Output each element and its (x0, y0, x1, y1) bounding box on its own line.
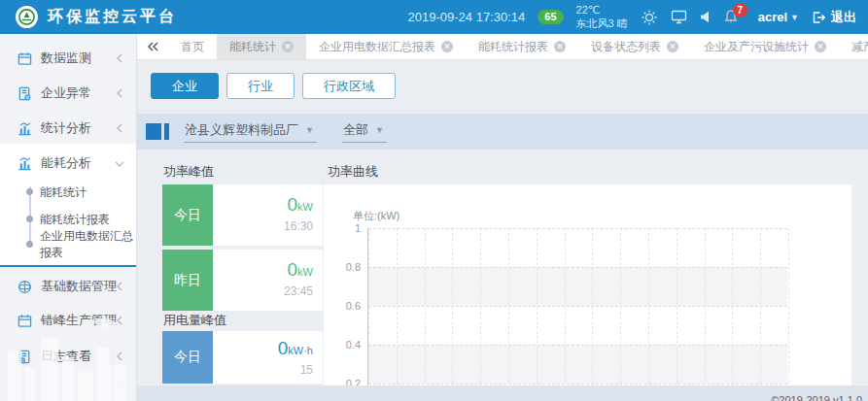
tab-label: 能耗统计报表 (478, 39, 548, 55)
dimension-filter-group: 企业 行业 行政区域 (151, 73, 396, 99)
logout-button[interactable]: 退出 (812, 9, 856, 26)
chart-vertical-gridline (705, 228, 706, 385)
bullet-icon (26, 188, 33, 195)
tab-label: 首页 (181, 39, 204, 55)
mute-speaker-icon[interactable] (700, 11, 712, 23)
sidebar-item-label: 数据监测 (41, 50, 91, 67)
chevron-left-icon (116, 281, 123, 292)
sidebar-subitem-label: 能耗统计 (40, 184, 87, 201)
tab-enterprise-power-summary[interactable]: 企业用电数据汇总报表✕ (306, 34, 466, 59)
sidebar-subitem-energy-report[interactable]: 能耗统计报表 (0, 209, 136, 230)
company-select-value: 沧县义辉塑料制品厂 (185, 121, 298, 139)
sidebar-item-statistical-analysis[interactable]: 统计分析 (0, 116, 136, 141)
chart-vertical-gridline (368, 228, 369, 385)
chart-vertical-gridline (592, 228, 593, 385)
card-time: 15 (213, 363, 313, 377)
close-icon[interactable]: ✕ (282, 41, 294, 52)
bullet-icon (26, 241, 33, 248)
chart-vertical-gridline (480, 228, 481, 385)
tab-bar: 首页 能耗统计✕ 企业用电数据汇总报表✕ 能耗统计报表✕ 设备状态列表✕ 企业及… (137, 34, 868, 60)
power-peak-title: 功率峰值 (163, 163, 214, 181)
y-axis-tick-label: 1 (328, 222, 361, 234)
sidebar-subitem-enterprise-power-summary[interactable]: 企业用电数据汇总报表 (0, 234, 136, 255)
power-peak-yesterday-card: 昨日 0kW 23:45 (162, 250, 323, 311)
aqi-badge: 65 (538, 10, 563, 24)
card-value: 0kW·h (213, 339, 313, 360)
filter-enterprise-button[interactable]: 企业 (151, 73, 219, 99)
tab-energy-report[interactable]: 能耗统计报表✕ (466, 34, 578, 59)
y-axis-tick-label: 0.4 (328, 339, 361, 351)
card-period-label: 今日 (162, 184, 213, 246)
chart-horizontal-gridline (368, 228, 787, 229)
chart-horizontal-gridline (368, 345, 787, 346)
close-icon[interactable]: ✕ (554, 41, 566, 52)
y-axis-tick-label: 0.8 (328, 261, 361, 273)
close-icon[interactable]: ✕ (441, 41, 453, 52)
notification-count-badge[interactable]: 7 (733, 3, 747, 17)
scope-select-value: 全部 (343, 121, 368, 139)
chart-shade-band (368, 267, 787, 306)
sidebar-item-energy-analysis[interactable]: 能耗分析 (0, 150, 136, 176)
tab-label: 能耗统计 (229, 39, 276, 55)
tab-energy-statistics[interactable]: 能耗统计✕ (217, 34, 306, 59)
y-axis-tick-label: 0.6 (328, 300, 361, 312)
temperature-label: 22℃ (576, 4, 601, 16)
chart-horizontal-gridline (368, 306, 787, 307)
scroll-tabs-left-button[interactable] (137, 42, 168, 51)
chart-vertical-gridline (648, 228, 649, 385)
footer-clipped-text: ©2019-2019 v1.1.0 (771, 394, 862, 401)
wind-weather-label: 东北风3 晴 (576, 17, 628, 29)
chart-vertical-gridline (425, 228, 426, 385)
chart-vertical-gridline (677, 228, 677, 385)
sun-weather-icon (641, 9, 658, 26)
chevron-down-icon: ▼ (375, 125, 384, 135)
tab-enterprise-pollution-stats[interactable]: 企业及产污设施统计✕ (691, 34, 839, 59)
report-icon (17, 86, 32, 101)
sidebar-item-label: 统计分析 (41, 119, 91, 137)
filter-region-button[interactable]: 行政区域 (302, 73, 396, 99)
bullet-icon (26, 216, 33, 222)
card-time: 16:30 (213, 219, 313, 233)
sidebar-item-data-monitoring[interactable]: 数据监测 (0, 46, 136, 71)
sidebar-subitem-label: 企业用电数据汇总报表 (40, 228, 136, 261)
power-peak-today-card: 今日 0kW 16:30 (162, 184, 323, 246)
sidebar-item-basic-data-management[interactable]: 基础数据管理 (0, 274, 136, 299)
monitor-icon[interactable] (671, 10, 687, 24)
company-select[interactable]: 沧县义辉塑料制品厂 ▼ (184, 121, 317, 143)
chevron-left-icon (116, 87, 123, 99)
chart-vertical-gridline (732, 228, 733, 385)
user-menu[interactable]: acrel ▼ (758, 10, 799, 24)
y-axis-tick-label: 0.2 (328, 378, 361, 385)
energy-peak-title: 用电量峰值 (163, 312, 226, 329)
globe-icon (17, 280, 32, 294)
card-period-label: 今日 (162, 331, 213, 384)
close-icon[interactable]: ✕ (815, 41, 826, 52)
card-period-label: 昨日 (162, 250, 213, 311)
filter-industry-button[interactable]: 行业 (226, 73, 295, 99)
chart-horizontal-gridline (368, 384, 787, 384)
sidebar-subitem-energy-statistics[interactable]: 能耗统计 (0, 182, 136, 203)
scope-select[interactable]: 全部 ▼ (342, 121, 387, 143)
tab-device-status-list[interactable]: 设备状态列表✕ (578, 34, 691, 59)
footer-strip: ©2019-2019 v1.1.0 (137, 385, 868, 401)
blue-bar-marker-icon (164, 123, 169, 140)
blue-square-marker-icon (146, 123, 161, 140)
card-value: 0kW (213, 260, 313, 282)
close-icon[interactable]: ✕ (667, 41, 678, 52)
power-curve-title: 功率曲线 (328, 163, 378, 181)
sidebar-item-enterprise-anomaly[interactable]: 企业异常 (0, 81, 136, 106)
chart-vertical-gridline (508, 228, 509, 385)
city-skyline-watermark (0, 314, 137, 401)
sidebar: 数据监测 企业异常 统计分析 能耗分析 能耗统计 能 (0, 34, 137, 401)
tab-reduction-analysis[interactable]: 减产减排分析✕ (839, 34, 868, 59)
chart-vertical-gridline (760, 228, 761, 385)
chart-horizontal-gridline (368, 267, 787, 268)
notifications-bell-icon[interactable]: 7 (724, 10, 738, 24)
selector-bar: 沧县义辉塑料制品厂 ▼ 全部 ▼ (137, 114, 868, 150)
weather-display: 22℃ 东北风3 晴 (576, 4, 628, 31)
double-chevron-left-icon (147, 42, 158, 51)
datetime-display: 2019-09-24 17:30:14 (408, 10, 526, 24)
card-value: 0kW (213, 195, 313, 217)
main-content: 企业 行业 行政区域 沧县义辉塑料制品厂 ▼ 全部 ▼ 功率峰值 今日 0kW … (137, 60, 868, 401)
tab-home[interactable]: 首页 (168, 34, 217, 59)
